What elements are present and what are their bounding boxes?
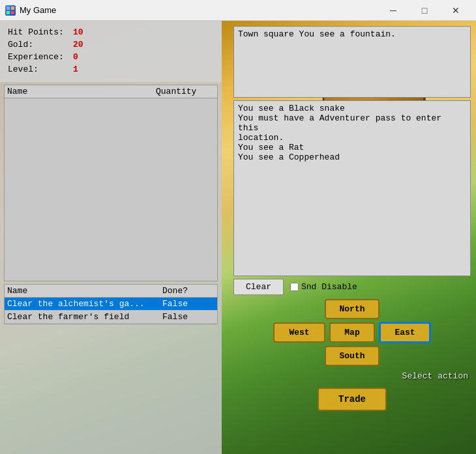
gold-label: Gold: [8,40,73,50]
svg-rect-1 [11,7,14,10]
east-button[interactable]: East [379,322,431,343]
level-label: Level: [8,64,73,74]
nav-grid: North West Map East South [233,299,471,366]
window-controls: ─ □ ✕ [378,0,471,21]
north-button[interactable]: North [325,299,379,319]
location-text-box: Town square You see a fountain. [233,26,471,98]
select-action-label: Select action [233,371,471,381]
quest-done: False [162,299,215,309]
inventory-header: Name Quantity [5,85,217,98]
message-text-box: You see a Black snake You must have a Ad… [233,100,471,276]
quest-row[interactable]: Clear the alchemist's ga...False [5,298,217,311]
trade-row: Trade [233,388,471,411]
nav-south-row: South [325,346,379,366]
inventory-table: Name Quantity [4,85,218,281]
hit-points-value: 10 [73,27,83,37]
level-value: 1 [73,64,78,74]
hit-points-row: Hit Points: 10 [8,27,214,37]
quest-row[interactable]: Clear the farmer's fieldFalse [5,311,217,324]
gold-row: Gold: 20 [8,40,214,50]
inventory-body[interactable] [5,98,217,281]
snd-disable-row: Snd Disable [290,282,357,292]
nav-middle-row: West Map East [273,322,431,343]
quest-done-header: Done? [162,286,215,296]
snd-disable-label: Snd Disable [301,282,357,292]
controls-area: Clear Snd Disable North West Map East So… [228,279,476,411]
quests-table: Name Done? Clear the alchemist's ga...Fa… [4,284,218,324]
svg-rect-0 [7,7,10,10]
svg-rect-3 [11,11,14,14]
quest-name: Clear the alchemist's ga... [7,299,162,309]
gold-value: 20 [73,40,83,50]
hit-points-label: Hit Points: [8,27,73,37]
minimize-button[interactable]: ─ [378,0,408,21]
inventory-qty-header: Quantity [156,87,215,96]
experience-value: 0 [73,52,78,62]
game-window: Hit Points: 10 Gold: 20 Experience: 0 Le… [0,21,476,454]
map-button[interactable]: Map [329,322,375,343]
south-button[interactable]: South [325,346,379,366]
experience-label: Experience: [8,52,73,62]
inventory-name-header: Name [7,87,156,96]
left-panel: Hit Points: 10 Gold: 20 Experience: 0 Le… [0,21,222,454]
quest-done: False [162,312,215,322]
app-title: My Game [20,5,56,15]
close-button[interactable]: ✕ [441,0,471,21]
title-bar: My Game ─ □ ✕ [0,0,476,21]
experience-row: Experience: 0 [8,52,214,62]
right-panel: Town square You see a fountain. You see … [228,21,476,454]
west-button[interactable]: West [273,322,325,343]
quest-header: Name Done? [5,285,217,298]
quest-name-header: Name [7,286,162,296]
maximize-button[interactable]: □ [409,0,439,21]
app-icon [5,5,16,16]
nav-north-row: North [325,299,379,319]
quest-rows: Clear the alchemist's ga...FalseClear th… [5,298,217,324]
quest-name: Clear the farmer's field [7,312,162,322]
stats-area: Hit Points: 10 Gold: 20 Experience: 0 Le… [0,21,222,82]
clear-button[interactable]: Clear [233,279,284,295]
level-row: Level: 1 [8,64,214,74]
clear-row: Clear Snd Disable [233,279,471,295]
snd-disable-checkbox[interactable] [290,283,299,291]
svg-rect-2 [7,11,10,14]
trade-button[interactable]: Trade [318,388,387,411]
